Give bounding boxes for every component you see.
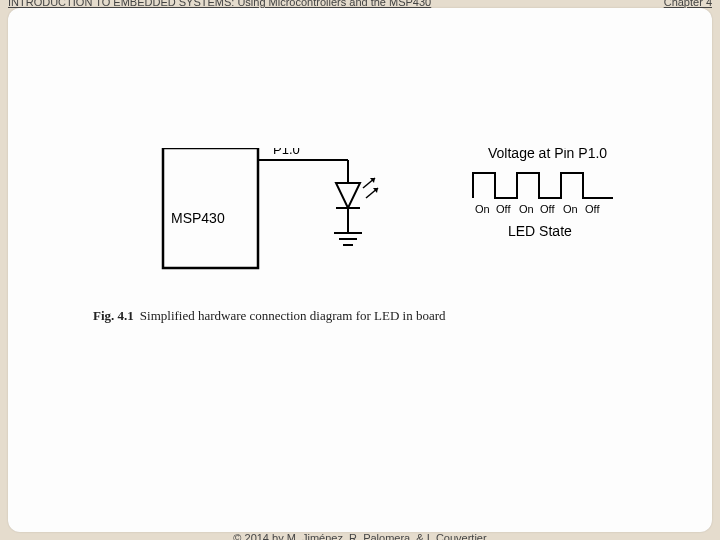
slide-footer: © 2014 by M. Jiménez, R. Palomera, & I. …: [0, 532, 720, 540]
circuit-svg: MSP430 P1.0 Voltage at Pin P1.0: [93, 148, 653, 298]
state-0: On: [475, 203, 490, 215]
led-triangle: [336, 183, 360, 208]
slide-header: INTRODUCTION TO EMBEDDED SYSTEMS: Using …: [8, 0, 712, 8]
chip-label-text: MSP430: [171, 210, 225, 226]
copyright-text: © 2014 by M. Jiménez, R. Palomera, & I. …: [233, 532, 486, 540]
state-4: On: [563, 203, 578, 215]
chapter-label: Chapter 4: [664, 0, 712, 8]
figure-diagram: MSP430 P1.0 Voltage at Pin P1.0: [93, 148, 672, 298]
state-1: Off: [496, 203, 511, 215]
caption-text: Simplified hardware connection diagram f…: [140, 308, 446, 323]
state-5: Off: [585, 203, 600, 215]
square-wave: [473, 173, 613, 198]
caption-number: Fig. 4.1: [93, 308, 134, 323]
pin-label-text: P1.0: [273, 148, 300, 157]
voltage-label-text: Voltage at Pin P1.0: [488, 148, 607, 161]
led-state-label: LED State: [508, 223, 572, 239]
slide-body: MSP430 P1.0 Voltage at Pin P1.0: [8, 8, 712, 532]
chip-rect: [163, 148, 258, 268]
state-2: On: [519, 203, 534, 215]
state-3: Off: [540, 203, 555, 215]
figure-caption: Fig. 4.1Simplified hardware connection d…: [93, 308, 446, 324]
book-title: INTRODUCTION TO EMBEDDED SYSTEMS: Using …: [8, 0, 431, 8]
